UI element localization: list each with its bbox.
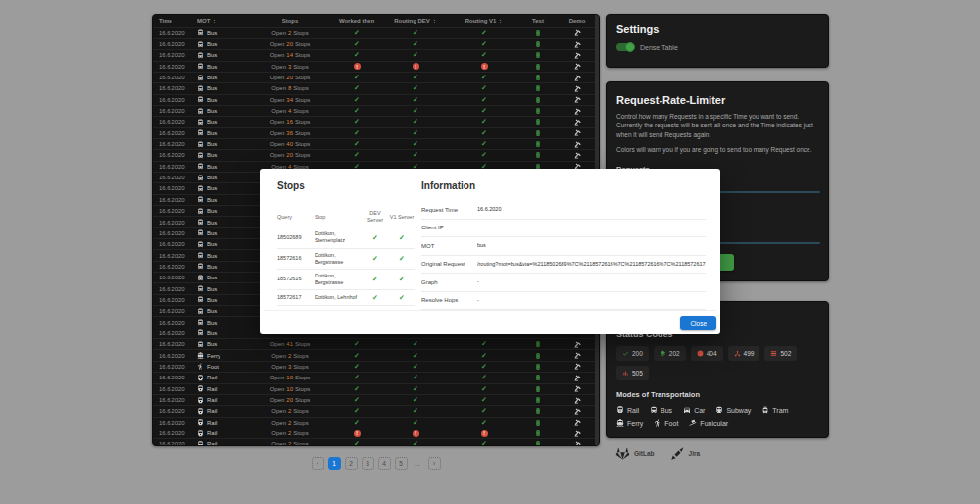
mode-chip-bus[interactable]: Bus: [650, 406, 672, 414]
table-row[interactable]: 16.6.2020BusOpen16Stops✓✓✓: [153, 117, 599, 127]
demo-cell[interactable]: [558, 408, 597, 415]
open-stops-link[interactable]: Open40Stops: [248, 141, 332, 147]
demo-cell[interactable]: [558, 63, 597, 70]
demo-cell[interactable]: [558, 385, 597, 392]
open-stops-link[interactable]: Open2Stops: [248, 408, 332, 414]
open-stops-link[interactable]: Open34Stops: [248, 97, 332, 103]
demo-cell[interactable]: [558, 141, 597, 148]
table-row[interactable]: 16.6.2020BusOpen20Stops✓✓✓: [153, 73, 599, 83]
status-chip-502[interactable]: 502: [764, 346, 797, 361]
status-chip-505[interactable]: 505: [616, 366, 649, 380]
table-row[interactable]: 16.6.2020BusOpen34Stops✓✓✓: [153, 95, 599, 106]
open-stops-link[interactable]: Open4Stops: [248, 108, 332, 114]
open-stops-link[interactable]: Open20Stops: [248, 152, 332, 158]
table-row[interactable]: 16.6.2020BusOpen4Stops✓✓✓: [153, 106, 599, 117]
status-cell: ✓: [381, 107, 450, 115]
status-chip-404[interactable]: 404: [691, 346, 723, 361]
demo-cell[interactable]: [558, 397, 597, 404]
table-row[interactable]: 16.6.2020BusOpen20Stops✓✓✓: [153, 39, 599, 50]
open-stops-link[interactable]: Open2Stops: [248, 441, 332, 446]
pagination-page-4[interactable]: 4: [378, 457, 391, 470]
mode-chip-foot[interactable]: Foot: [654, 419, 678, 427]
demo-cell[interactable]: [558, 41, 597, 48]
open-stops-link[interactable]: Open10Stops: [248, 375, 332, 380]
table-row[interactable]: 16.6.2020BusOpen20Stops✓✓✓: [153, 150, 599, 161]
demo-cell[interactable]: [558, 129, 597, 136]
demo-cell[interactable]: [558, 108, 597, 115]
pagination-next-button[interactable]: ›: [428, 457, 441, 470]
column-header-mot[interactable]: MOT: [197, 18, 248, 25]
demo-cell[interactable]: [558, 341, 597, 348]
pagination-page-1[interactable]: 1: [328, 457, 341, 470]
open-stops-link[interactable]: Open20Stops: [248, 75, 332, 80]
demo-cell[interactable]: [558, 85, 597, 92]
demo-cell[interactable]: [558, 375, 597, 381]
mode-chip-tram[interactable]: Tram: [761, 406, 788, 414]
open-stops-link[interactable]: Open36Stops: [248, 130, 332, 136]
open-stops-link[interactable]: Open3Stops: [248, 64, 332, 70]
status-chip-499[interactable]: 499: [728, 346, 760, 361]
table-row[interactable]: 16.6.2020BusOpen3Stops!!!: [153, 62, 599, 73]
jira-link[interactable]: Jira: [670, 446, 701, 461]
mode-chip-car[interactable]: Car: [683, 406, 705, 414]
demo-cell[interactable]: [558, 430, 597, 437]
demo-cell[interactable]: [558, 419, 597, 426]
open-stops-link[interactable]: Open20Stops: [248, 397, 332, 403]
table-row[interactable]: 16.6.2020BusOpen2Stops✓✓✓: [153, 28, 599, 39]
demo-cell[interactable]: [558, 96, 597, 103]
table-row[interactable]: 16.6.2020RailOpen2Stops✓✓✓: [153, 406, 599, 417]
table-row[interactable]: 16.6.2020RailOpen20Stops✓✓✓: [153, 395, 599, 406]
open-stops-link[interactable]: Open10Stops: [248, 386, 332, 392]
table-row[interactable]: 16.6.2020BusOpen41Stops✓✓✓: [153, 339, 599, 350]
open-stops-link[interactable]: Open2Stops: [248, 420, 332, 426]
table-row[interactable]: 16.6.2020RailOpen10Stops✓✓✓: [153, 373, 599, 383]
open-stops-link[interactable]: Open3Stops: [248, 364, 332, 370]
demo-cell[interactable]: [558, 152, 597, 159]
open-stops-link[interactable]: Open8Stops: [248, 85, 332, 91]
table-row[interactable]: 16.6.2020RailOpen2Stops✓✓✓: [153, 439, 599, 446]
status-chip-202[interactable]: 202: [654, 346, 686, 361]
subway-icon: [715, 406, 726, 414]
pagination-prev-button[interactable]: ‹: [312, 457, 324, 470]
open-stops-link[interactable]: Open14Stops: [248, 52, 332, 58]
mode-chip-funicular[interactable]: Funicular: [689, 419, 728, 427]
column-header-routing-v1[interactable]: Routing V1: [450, 18, 518, 25]
pagination-page-3[interactable]: 3: [362, 457, 374, 470]
dense-table-toggle[interactable]: [616, 43, 634, 51]
table-row[interactable]: 16.6.2020BusOpen8Stops✓✓✓: [153, 83, 599, 94]
table-row[interactable]: 16.6.2020RailOpen10Stops✓✓✓: [153, 384, 599, 395]
mot-label: Bus: [207, 185, 217, 191]
demo-cell[interactable]: [558, 29, 597, 36]
check-icon: ✓: [481, 118, 487, 126]
demo-cell[interactable]: [558, 52, 597, 59]
open-stops-link[interactable]: Open2Stops: [248, 353, 332, 359]
mode-chip-rail[interactable]: Rail: [616, 406, 639, 414]
open-stops-link[interactable]: Open16Stops: [248, 119, 332, 125]
demo-cell[interactable]: [558, 75, 597, 81]
check-icon: ✓: [481, 385, 487, 393]
demo-cell[interactable]: [558, 441, 597, 446]
table-row[interactable]: 16.6.2020BusOpen36Stops✓✓✓: [153, 128, 599, 139]
pagination-page-2[interactable]: 2: [345, 457, 358, 470]
table-row[interactable]: 16.6.2020BusOpen40Stops✓✓✓: [153, 139, 599, 150]
open-stops-link[interactable]: Open2Stops: [248, 430, 332, 436]
table-row[interactable]: 16.6.2020BusOpen14Stops✓✓✓: [153, 50, 599, 61]
open-stops-link[interactable]: Open2Stops: [248, 30, 332, 36]
open-stops-link[interactable]: Open41Stops: [248, 341, 332, 347]
table-row[interactable]: 16.6.2020FootOpen3Stops✓✓✓: [153, 362, 599, 373]
table-row[interactable]: 16.6.2020FerryOpen2Stops✓✓✓: [153, 350, 599, 361]
mode-chip-subway[interactable]: Subway: [715, 406, 751, 414]
demo-cell[interactable]: [558, 352, 597, 359]
demo-cell[interactable]: [558, 119, 597, 126]
status-chip-200[interactable]: 200: [616, 346, 649, 361]
pagination-page-5[interactable]: 5: [395, 457, 408, 470]
gitlab-link[interactable]: GitLab: [615, 446, 655, 461]
table-row[interactable]: 16.6.2020RailOpen2Stops✓✓✓: [153, 418, 599, 428]
close-button[interactable]: Close: [680, 316, 716, 330]
column-header-routing-dev[interactable]: Routing DEV: [381, 18, 450, 25]
table-row[interactable]: 16.6.2020RailOpen2Stops!!!: [153, 428, 599, 439]
open-stops-link[interactable]: Open20Stops: [248, 41, 332, 47]
mode-chip-ferry[interactable]: Ferry: [616, 419, 643, 427]
demo-cell[interactable]: [558, 363, 597, 370]
sort-arrows-icon: [212, 18, 217, 25]
